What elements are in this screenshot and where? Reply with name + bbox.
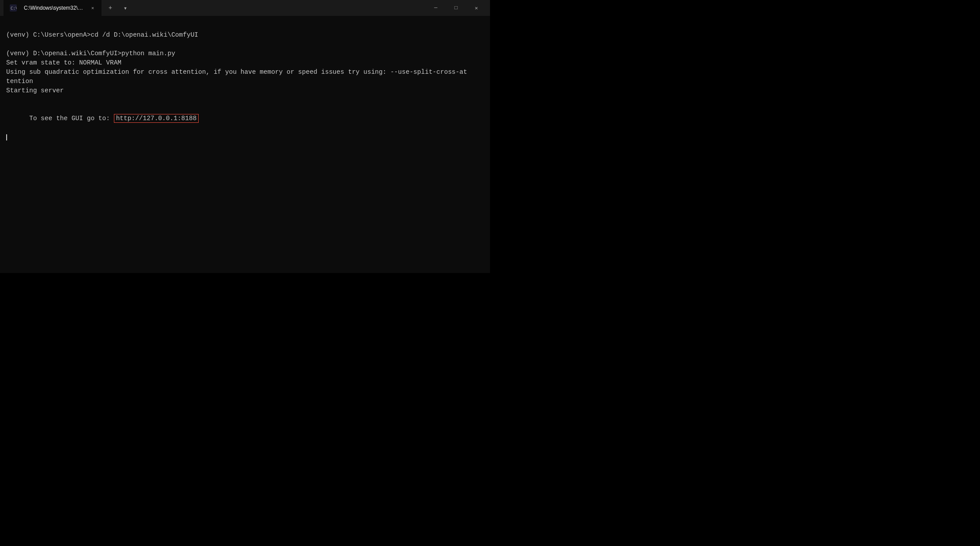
- dropdown-button[interactable]: ▾: [118, 1, 132, 15]
- gui-line: To see the GUI go to: http://127.0.0.1:8…: [6, 105, 484, 133]
- cursor-line: [6, 133, 484, 142]
- tab-actions: + ▾: [103, 1, 132, 15]
- vram-line: Set vram state to: NORMAL VRAM: [6, 58, 484, 68]
- cmd-window: C:\ C:\Windows\system32\cmd.e... × + ▾ ─…: [0, 0, 490, 273]
- url-link[interactable]: http://127.0.0.1:8188: [114, 114, 199, 123]
- blank-line-2: [6, 40, 484, 49]
- blank-line-1: [6, 21, 484, 30]
- tention-line: tention: [6, 77, 484, 86]
- terminal-cursor: [6, 134, 7, 141]
- cmd-icon: C:\: [9, 4, 18, 12]
- window-controls: ─ □ ✕: [426, 0, 486, 16]
- cd-command-line: (venv) C:\Users\openA>cd /d D:\openai.wi…: [6, 30, 484, 40]
- new-tab-button[interactable]: +: [103, 1, 117, 15]
- svg-text:C:\: C:\: [11, 6, 17, 11]
- minimize-button[interactable]: ─: [426, 0, 446, 16]
- python-command-line: (venv) D:\openai.wiki\ComfyUI>python mai…: [6, 49, 484, 58]
- titlebar: C:\ C:\Windows\system32\cmd.e... × + ▾ ─…: [0, 0, 490, 16]
- blank-line-3: [6, 95, 484, 105]
- using-line: Using sub quadratic optimization for cro…: [6, 68, 484, 77]
- maximize-button[interactable]: □: [446, 0, 466, 16]
- active-tab[interactable]: C:\ C:\Windows\system32\cmd.e... ×: [4, 0, 102, 16]
- tab-area: C:\ C:\Windows\system32\cmd.e... × + ▾: [4, 0, 426, 16]
- tab-title: C:\Windows\system32\cmd.e...: [24, 5, 86, 11]
- tab-close-button[interactable]: ×: [89, 4, 96, 11]
- close-button[interactable]: ✕: [466, 0, 486, 16]
- terminal-body[interactable]: (venv) C:\Users\openA>cd /d D:\openai.wi…: [0, 16, 490, 273]
- starting-line: Starting server: [6, 86, 484, 95]
- gui-prefix: To see the GUI go to:: [29, 115, 113, 122]
